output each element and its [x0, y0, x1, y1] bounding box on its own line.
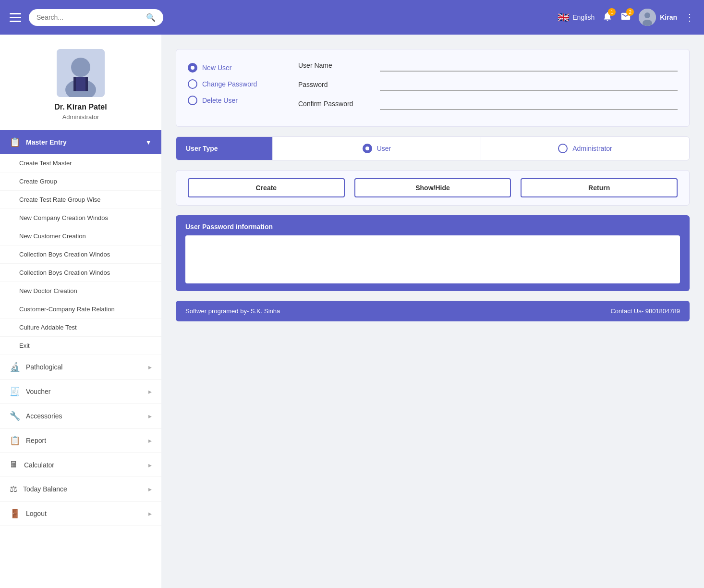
sidebar-item-report[interactable]: 📋 Report ▸ — [0, 429, 161, 453]
language-selector[interactable]: 🇬🇧 English — [558, 12, 595, 23]
field-input-1[interactable] — [380, 78, 678, 91]
submenu-item[interactable]: Collection Boys Creation Windos — [0, 264, 161, 282]
voucher-icon: 🧾 — [10, 386, 20, 397]
field-input-0[interactable] — [380, 59, 678, 72]
notification-bell[interactable]: 1 — [602, 11, 613, 24]
sidebar-item-voucher[interactable]: 🧾 Voucher ▸ — [0, 380, 161, 404]
password-info-title: User Password information — [185, 223, 680, 231]
field-label-0: User Name — [298, 61, 380, 69]
nav-item-label: Today Balance — [23, 485, 67, 493]
user-type-label-1: Administrator — [572, 145, 612, 152]
submenu-item[interactable]: Exit — [0, 337, 161, 355]
search-input[interactable] — [36, 13, 142, 21]
password-info-content — [185, 235, 680, 283]
submenu-item[interactable]: Create Test Rate Group Wise — [0, 191, 161, 209]
action-btn-return[interactable]: Return — [521, 178, 678, 197]
user-type-options: User Administrator — [272, 137, 689, 160]
nav-arrow-icon: ▸ — [148, 412, 152, 420]
search-icon: 🔍 — [146, 13, 156, 22]
master-entry-header[interactable]: 📋 Master Entry ▼ — [0, 130, 161, 154]
radio-label-2: Delete User — [202, 97, 238, 104]
submenu-item[interactable]: Create Group — [0, 172, 161, 191]
user-type-option-0[interactable]: User — [272, 137, 481, 160]
submenu-item[interactable]: Collection Boys Creation Windos — [0, 245, 161, 264]
search-box: 🔍 — [29, 9, 163, 26]
avatar — [639, 9, 656, 26]
sidebar-item-pathological[interactable]: 🔬 Pathological ▸ — [0, 355, 161, 380]
nav-arrow-icon: ▸ — [148, 461, 152, 469]
action-btn-show-hide[interactable]: Show/Hide — [354, 178, 511, 197]
submenu-item[interactable]: New Company Creation Windos — [0, 209, 161, 227]
main-layout: Dr. Kiran Patel Administrator 📋 Master E… — [0, 35, 704, 588]
sidebar-profile: Dr. Kiran Patel Administrator — [0, 35, 161, 130]
submenu-item[interactable]: Create Test Master — [0, 154, 161, 172]
hamburger-menu[interactable] — [10, 13, 21, 22]
nav-section: 🔬 Pathological ▸ 🧾 Voucher ▸ 🔧 Accessori… — [0, 355, 161, 588]
svg-point-4 — [71, 58, 90, 77]
radio-option-0[interactable]: New User — [188, 63, 284, 73]
submenu-item[interactable]: Culture Addable Test — [0, 318, 161, 337]
field-row-0: User Name — [298, 59, 678, 72]
svg-rect-8 — [76, 77, 85, 91]
user-info[interactable]: Kiran — [639, 9, 677, 26]
master-entry-icon: 📋 — [10, 137, 20, 147]
master-entry-submenu: Create Test MasterCreate GroupCreate Tes… — [0, 154, 161, 355]
password-info-section: User Password information — [176, 215, 690, 291]
accessories-icon: 🔧 — [10, 411, 20, 421]
profile-name: Dr. Kiran Patel — [54, 103, 107, 111]
submenu-item[interactable]: New Doctor Creation — [0, 282, 161, 300]
nav-item-label: Report — [26, 437, 46, 444]
radio-circle-1 — [188, 79, 197, 89]
sidebar-item-today-balance[interactable]: ⚖ Today Balance ▸ — [0, 477, 161, 502]
nav-item-label: Voucher — [26, 388, 50, 395]
profile-avatar — [57, 49, 105, 97]
user-radio-0 — [363, 144, 372, 153]
user-type-section: User Type User Administrator — [176, 136, 690, 160]
user-type-label: User Type — [176, 137, 272, 160]
more-options-icon[interactable]: ⋮ — [685, 12, 694, 23]
notification-count: 1 — [608, 8, 616, 16]
submenu-item[interactable]: New Customer Creation — [0, 227, 161, 245]
field-row-1: Password — [298, 78, 678, 91]
action-btn-create[interactable]: Create — [188, 178, 345, 197]
logout-icon: 🚪 — [10, 508, 20, 519]
topbar-left: 🔍 — [10, 9, 163, 26]
field-label-2: Confirm Password — [298, 100, 380, 108]
nav-arrow-icon: ▸ — [148, 510, 152, 517]
report-icon: 📋 — [10, 435, 20, 446]
user-radio-1 — [558, 144, 568, 153]
message-icon-btn[interactable]: 2 — [620, 11, 631, 24]
sidebar-item-accessories[interactable]: 🔧 Accessories ▸ — [0, 404, 161, 429]
nav-item-label: Pathological — [26, 363, 62, 371]
nav-arrow-icon: ▸ — [148, 388, 152, 395]
profile-role: Administrator — [62, 113, 99, 121]
radio-options: New User Change Password Delete User — [188, 59, 284, 105]
sidebar-item-calculator[interactable]: 🖩 Calculator ▸ — [0, 453, 161, 477]
user-form-card: New User Change Password Delete User Use… — [176, 49, 690, 127]
nav-arrow-icon: ▸ — [148, 363, 152, 371]
content-area: New User Change Password Delete User Use… — [161, 35, 704, 588]
user-type-row: User Type User Administrator — [176, 137, 689, 160]
radio-circle-2 — [188, 96, 197, 105]
radio-label-0: New User — [202, 64, 231, 72]
field-row-2: Confirm Password — [298, 98, 678, 110]
field-input-2[interactable] — [380, 98, 678, 110]
user-type-option-1[interactable]: Administrator — [481, 137, 689, 160]
balance-icon: ⚖ — [10, 484, 17, 494]
master-entry-label: Master Entry — [26, 138, 67, 146]
footer-right: Contact Us- 9801804789 — [610, 307, 680, 315]
nav-item-label: Accessories — [26, 412, 62, 420]
master-entry-section: 📋 Master Entry ▼ Create Test MasterCreat… — [0, 130, 161, 355]
nav-item-label: Calculator — [24, 461, 54, 469]
topbar: 🔍 🇬🇧 English 1 2 — [0, 0, 704, 35]
sidebar-item-logout[interactable]: 🚪 Logout ▸ — [0, 502, 161, 526]
submenu-item[interactable]: Customer-Company Rate Relation — [0, 300, 161, 318]
message-count: 2 — [626, 8, 634, 16]
radio-option-1[interactable]: Change Password — [188, 79, 284, 89]
sidebar: Dr. Kiran Patel Administrator 📋 Master E… — [0, 35, 161, 588]
topbar-right: 🇬🇧 English 1 2 Kiran ⋮ — [558, 9, 694, 26]
radio-option-2[interactable]: Delete User — [188, 96, 284, 105]
microscope-icon: 🔬 — [10, 362, 20, 372]
nav-arrow-icon: ▸ — [148, 485, 152, 493]
form-top: New User Change Password Delete User Use… — [188, 59, 678, 117]
